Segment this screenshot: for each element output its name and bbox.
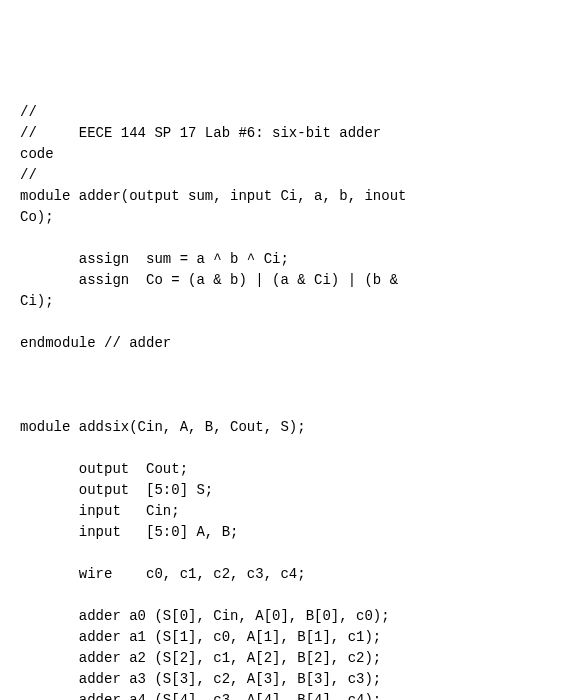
code-line: Ci); bbox=[20, 291, 552, 312]
code-line: module adder(output sum, input Ci, a, b,… bbox=[20, 186, 552, 207]
code-line bbox=[20, 354, 552, 375]
code-line: input [5:0] A, B; bbox=[20, 522, 552, 543]
code-line: assign sum = a ^ b ^ Ci; bbox=[20, 249, 552, 270]
code-line bbox=[20, 438, 552, 459]
code-line: // EECE 144 SP 17 Lab #6: six-bit adder bbox=[20, 123, 552, 144]
code-line: // bbox=[20, 165, 552, 186]
code-line: adder a4 (S[4], c3, A[4], B[4], c4); bbox=[20, 690, 552, 700]
code-line bbox=[20, 228, 552, 249]
code-line bbox=[20, 585, 552, 606]
code-line bbox=[20, 543, 552, 564]
code-line: input Cin; bbox=[20, 501, 552, 522]
code-line: code bbox=[20, 144, 552, 165]
code-line: endmodule // adder bbox=[20, 333, 552, 354]
code-line: // bbox=[20, 102, 552, 123]
code-line: adder a2 (S[2], c1, A[2], B[2], c2); bbox=[20, 648, 552, 669]
code-line: wire c0, c1, c2, c3, c4; bbox=[20, 564, 552, 585]
code-line bbox=[20, 375, 552, 396]
code-line: adder a0 (S[0], Cin, A[0], B[0], c0); bbox=[20, 606, 552, 627]
code-line: output [5:0] S; bbox=[20, 480, 552, 501]
code-line bbox=[20, 396, 552, 417]
code-line: output Cout; bbox=[20, 459, 552, 480]
code-line: adder a1 (S[1], c0, A[1], B[1], c1); bbox=[20, 627, 552, 648]
code-line: module addsix(Cin, A, B, Cout, S); bbox=[20, 417, 552, 438]
code-line: assign Co = (a & b) | (a & Ci) | (b & bbox=[20, 270, 552, 291]
verilog-code-block: //// EECE 144 SP 17 Lab #6: six-bit adde… bbox=[20, 102, 552, 700]
code-line bbox=[20, 312, 552, 333]
code-line: adder a3 (S[3], c2, A[3], B[3], c3); bbox=[20, 669, 552, 690]
code-line: Co); bbox=[20, 207, 552, 228]
